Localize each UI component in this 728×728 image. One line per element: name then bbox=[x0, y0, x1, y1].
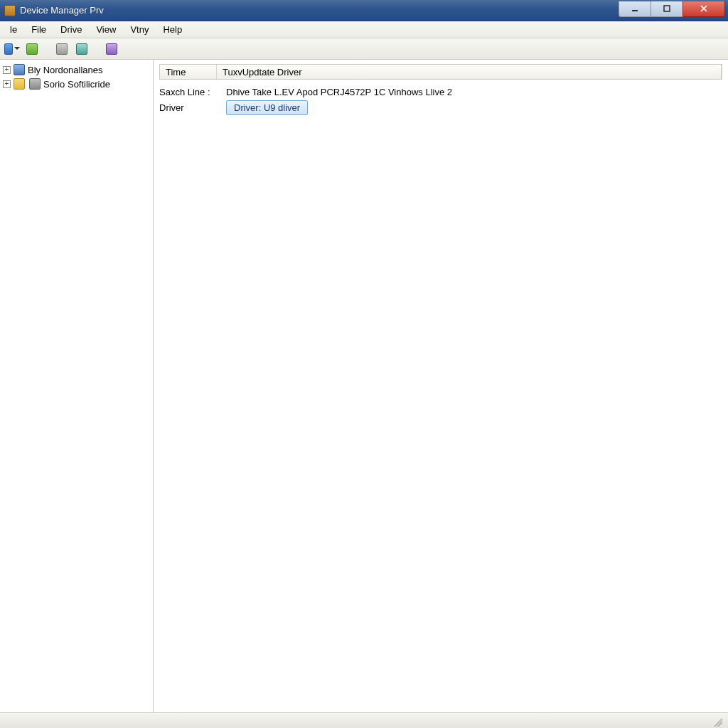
toolbar-icon-3 bbox=[56, 43, 68, 55]
driver-button[interactable]: Driver: U9 dliver bbox=[226, 100, 308, 115]
monitor-icon bbox=[14, 64, 25, 75]
menu-item-drive[interactable]: Drive bbox=[53, 23, 89, 36]
window-controls bbox=[619, 1, 725, 17]
svg-rect-0 bbox=[632, 10, 638, 11]
resize-grip-icon[interactable] bbox=[711, 715, 722, 727]
tree-item-label: Sorio Softilicride bbox=[43, 79, 110, 90]
toolbar-btn-5[interactable] bbox=[104, 41, 119, 57]
tree-item-label: Bly Nordonallanes bbox=[28, 65, 103, 75]
toolbar-icon-4 bbox=[76, 43, 87, 55]
close-button[interactable] bbox=[682, 1, 725, 17]
menu-item-view[interactable]: View bbox=[89, 23, 123, 36]
list-header: Time TuxvUpdtate Driver bbox=[159, 64, 722, 80]
driver-label: Driver bbox=[159, 102, 220, 113]
main-pane: Time TuxvUpdtate Driver Saxch Line : Dhi… bbox=[154, 60, 728, 712]
maximize-button[interactable] bbox=[651, 1, 683, 17]
window-title: Device Manager Prv bbox=[20, 5, 104, 16]
expander-icon[interactable]: + bbox=[3, 80, 11, 88]
toolbar bbox=[0, 38, 728, 60]
toolbar-icon-5 bbox=[106, 43, 117, 55]
menu-item-vtny[interactable]: Vtny bbox=[123, 23, 156, 36]
toolbar-btn-1[interactable] bbox=[4, 41, 20, 57]
toolbar-btn-3[interactable] bbox=[54, 41, 70, 57]
statusbar bbox=[0, 712, 728, 728]
toolbar-icon-2 bbox=[26, 43, 38, 55]
disk-icon bbox=[29, 78, 41, 90]
toolbar-sep-2 bbox=[94, 41, 100, 57]
content: + Bly Nordonallanes + Sorio Softilicride… bbox=[0, 60, 728, 712]
folder-icon bbox=[14, 78, 25, 90]
search-line-value: Dhive Take L.EV Apod PCRJ4572P 1C Vinhow… bbox=[226, 87, 722, 97]
close-icon bbox=[700, 4, 708, 13]
menubar: le File Drive View Vtny Help bbox=[0, 21, 728, 38]
tree-item-0[interactable]: + Bly Nordonallanes bbox=[1, 63, 151, 77]
toolbar-sep-1 bbox=[44, 41, 50, 57]
toolbar-btn-2[interactable] bbox=[24, 41, 40, 57]
titlebar: Device Manager Prv bbox=[0, 0, 728, 21]
minimize-icon bbox=[631, 4, 639, 13]
tree-item-1[interactable]: + Sorio Softilicride bbox=[1, 77, 151, 91]
expander-icon[interactable]: + bbox=[3, 66, 11, 74]
toolbar-btn-4[interactable] bbox=[74, 41, 90, 57]
maximize-icon bbox=[663, 4, 671, 13]
search-line-row: Saxch Line : Dhive Take L.EV Apod PCRJ45… bbox=[159, 87, 722, 97]
menu-item-help[interactable]: Help bbox=[156, 23, 189, 36]
column-time[interactable]: Time bbox=[160, 65, 217, 79]
menu-item-0[interactable]: le bbox=[3, 23, 24, 36]
minimize-button[interactable] bbox=[619, 1, 651, 17]
search-line-label: Saxch Line : bbox=[159, 87, 220, 97]
menu-item-file[interactable]: File bbox=[24, 23, 53, 36]
app-icon bbox=[4, 5, 16, 16]
driver-row: Driver Driver: U9 dliver bbox=[159, 100, 722, 115]
column-text[interactable]: TuxvUpdtate Driver bbox=[217, 65, 722, 79]
svg-rect-1 bbox=[664, 6, 670, 11]
toolbar-icon-1 bbox=[4, 43, 13, 55]
sidebar-tree: + Bly Nordonallanes + Sorio Softilicride bbox=[0, 60, 154, 712]
